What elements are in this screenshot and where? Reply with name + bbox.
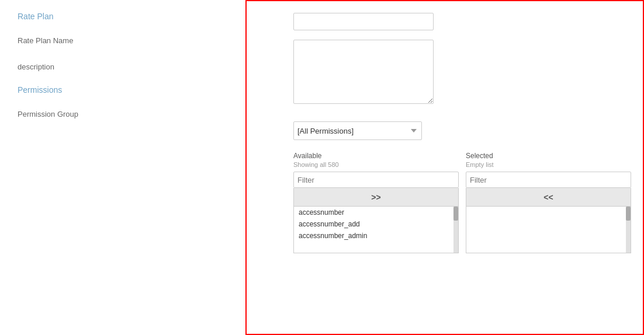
permission-group-label: Permission Group xyxy=(18,106,111,118)
permission-group-row-right: [All Permissions] xyxy=(293,121,631,140)
transfer-container: Available Showing all 580 >> accessnumbe… xyxy=(293,152,631,253)
rate-plan-name-label: Rate Plan Name xyxy=(18,33,111,45)
permissions-section-title: Permissions xyxy=(18,85,228,95)
selected-list xyxy=(466,207,631,253)
permissions-section: Permissions Permission Group xyxy=(18,85,228,118)
move-all-left-button[interactable]: << xyxy=(466,188,631,207)
rate-plan-section-title: Rate Plan xyxy=(18,12,228,21)
list-item[interactable]: accessnumber_admin xyxy=(294,230,458,242)
available-subtitle: Showing all 580 xyxy=(293,161,459,168)
available-filter-input[interactable] xyxy=(293,172,459,188)
available-box: Available Showing all 580 >> accessnumbe… xyxy=(293,152,459,253)
move-all-left-icon: << xyxy=(543,193,553,202)
selected-box: Selected Empty list << xyxy=(466,152,631,253)
scrollbar-thumb xyxy=(453,207,458,221)
permission-group-row-left: Permission Group xyxy=(18,106,228,118)
description-row: description xyxy=(18,59,228,71)
available-title: Available xyxy=(293,152,459,160)
selected-filter-input[interactable] xyxy=(466,172,631,188)
selected-title: Selected xyxy=(466,152,631,160)
selected-subtitle: Empty list xyxy=(466,161,631,168)
rate-plan-name-row: Rate Plan Name xyxy=(18,33,228,45)
move-all-right-button[interactable]: >> xyxy=(293,188,459,207)
permission-group-select[interactable]: [All Permissions] xyxy=(293,121,422,140)
left-panel: Rate Plan Rate Plan Name description Per… xyxy=(0,0,245,335)
scrollbar-thumb-selected xyxy=(626,207,631,221)
list-item[interactable]: accessnumber_add xyxy=(294,218,458,230)
description-textarea[interactable] xyxy=(293,40,434,104)
right-panel: [All Permissions] Available Showing all … xyxy=(245,0,644,335)
available-list: accessnumber accessnumber_add accessnumb… xyxy=(293,207,459,253)
rate-plan-name-input[interactable] xyxy=(293,13,434,30)
move-all-right-icon: >> xyxy=(371,193,380,202)
description-label: description xyxy=(18,59,111,71)
scrollbar-selected[interactable] xyxy=(626,207,631,253)
list-item[interactable]: accessnumber xyxy=(294,207,458,218)
scrollbar[interactable] xyxy=(453,207,458,253)
